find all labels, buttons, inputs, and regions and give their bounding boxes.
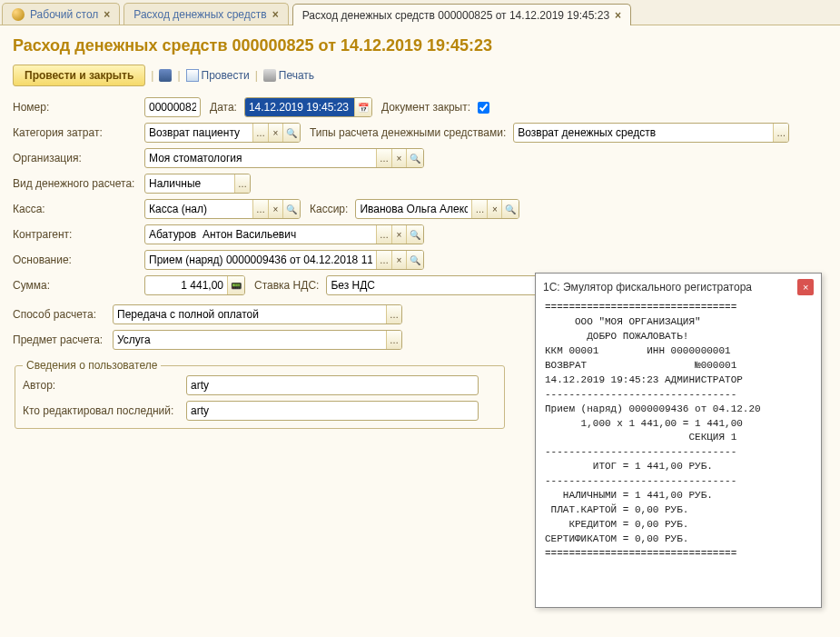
select-icon[interactable]: … xyxy=(376,149,391,167)
close-icon[interactable]: × xyxy=(615,9,621,22)
user-info-legend: Сведения о пользователе xyxy=(23,359,161,372)
select-icon[interactable]: … xyxy=(376,251,391,269)
label-author: Автор: xyxy=(23,379,186,392)
magnifier-icon[interactable]: 🔍 xyxy=(501,200,519,218)
desktop-icon xyxy=(12,8,25,21)
author-field[interactable] xyxy=(186,375,479,395)
basis-input[interactable] xyxy=(145,251,376,269)
org-field[interactable]: … × 🔍 xyxy=(144,148,424,168)
category-field[interactable]: … × 🔍 xyxy=(144,123,301,143)
label-org: Организация: xyxy=(13,152,144,164)
pay-method-field[interactable]: … xyxy=(113,304,402,324)
label-basis: Основание: xyxy=(13,254,144,266)
run-button[interactable]: Провести xyxy=(186,69,250,82)
clear-icon[interactable]: × xyxy=(268,200,282,218)
select-icon[interactable]: … xyxy=(252,200,268,218)
label-subject: Предмет расчета: xyxy=(13,333,113,346)
subject-input[interactable] xyxy=(114,331,386,349)
select-icon[interactable]: … xyxy=(234,174,250,193)
tab-expense-doc[interactable]: Расход денежных средств 000000825 от 14.… xyxy=(292,4,631,25)
label-kind: Вид денежного расчета: xyxy=(13,177,144,190)
sum-input[interactable] xyxy=(145,276,227,294)
calendar-icon[interactable]: 📅 xyxy=(354,98,371,116)
panel-close-button[interactable]: × xyxy=(797,279,814,295)
date-input[interactable] xyxy=(245,98,354,116)
last-editor-field[interactable] xyxy=(186,401,479,421)
clear-icon[interactable]: × xyxy=(487,200,501,218)
separator-icon: | xyxy=(255,69,258,82)
basis-field[interactable]: … × 🔍 xyxy=(144,250,424,270)
sum-field[interactable]: 📟 xyxy=(144,275,245,295)
magnifier-icon[interactable]: 🔍 xyxy=(406,225,423,244)
date-field[interactable]: 📅 xyxy=(244,97,372,117)
pay-method-input[interactable] xyxy=(114,305,386,323)
run-and-close-button[interactable]: Провести и закрыть xyxy=(13,65,145,86)
select-icon[interactable]: … xyxy=(773,124,788,142)
cashier-input[interactable] xyxy=(356,200,471,218)
tab-label: Расход денежных средств xyxy=(133,8,266,21)
print-button[interactable]: Печать xyxy=(263,69,314,82)
select-icon[interactable]: … xyxy=(386,305,401,323)
select-icon[interactable]: … xyxy=(386,331,401,349)
fiscal-emulator-panel: 1С: Эмулятор фискального регистратора × … xyxy=(535,273,822,608)
label-vat-rate: Ставка НДС: xyxy=(254,279,319,292)
label-number: Номер: xyxy=(13,101,144,114)
doc-closed-checkbox[interactable] xyxy=(478,102,489,114)
tab-bar: Рабочий стол × Расход денежных средств ×… xyxy=(0,0,840,25)
category-input[interactable] xyxy=(145,124,252,142)
magnifier-icon[interactable]: 🔍 xyxy=(406,251,423,269)
cashier-field[interactable]: … × 🔍 xyxy=(355,199,519,219)
panel-title-text: 1С: Эмулятор фискального регистратора xyxy=(543,281,752,294)
last-editor-input[interactable] xyxy=(187,402,478,420)
label-kassa: Касса: xyxy=(13,203,144,215)
label-calc-types: Типы расчета денежными средствами: xyxy=(310,126,506,139)
label-last-editor: Кто редактировал последний: xyxy=(23,404,186,417)
kind-field[interactable]: … xyxy=(144,174,251,194)
label-date: Дата: xyxy=(210,101,237,114)
clear-icon[interactable]: × xyxy=(391,251,406,269)
printer-icon xyxy=(263,69,276,82)
label-category: Категория затрат: xyxy=(13,126,144,139)
counterparty-field[interactable]: … × 🔍 xyxy=(144,224,424,244)
kassa-input[interactable] xyxy=(145,200,252,218)
save-icon[interactable] xyxy=(159,69,172,82)
receipt-text: ================================ ООО "МО… xyxy=(536,301,821,607)
user-info-group: Сведения о пользователе Автор: Кто редак… xyxy=(15,359,505,429)
subject-field[interactable]: … xyxy=(113,330,402,350)
label-doc-closed: Документ закрыт: xyxy=(381,101,470,114)
calc-types-field[interactable]: … xyxy=(513,123,789,143)
calc-types-input[interactable] xyxy=(514,124,773,142)
close-icon[interactable]: × xyxy=(272,8,279,21)
tab-expense[interactable]: Расход денежных средств × xyxy=(124,3,288,25)
calculator-icon[interactable]: 📟 xyxy=(227,276,244,294)
magnifier-icon[interactable]: 🔍 xyxy=(282,200,300,218)
label-counterparty: Контрагент: xyxy=(13,228,144,241)
counterparty-input[interactable] xyxy=(145,225,376,244)
label-cashier: Кассир: xyxy=(310,203,348,215)
separator-icon: | xyxy=(151,69,153,82)
separator-icon: | xyxy=(177,69,180,82)
org-input[interactable] xyxy=(145,149,376,167)
page-title: Расход денежных средств 000000825 от 14.… xyxy=(13,36,827,55)
label-pay-method: Способ расчета: xyxy=(13,308,113,321)
tab-label: Рабочий стол xyxy=(30,8,98,21)
magnifier-icon[interactable]: 🔍 xyxy=(406,149,423,167)
document-icon xyxy=(186,69,199,82)
kassa-field[interactable]: … × 🔍 xyxy=(144,199,301,219)
select-icon[interactable]: … xyxy=(252,124,268,142)
kind-input[interactable] xyxy=(145,174,234,193)
close-icon[interactable]: × xyxy=(104,8,110,21)
author-input[interactable] xyxy=(187,376,478,394)
clear-icon[interactable]: × xyxy=(268,124,282,142)
number-input[interactable] xyxy=(145,98,200,116)
clear-icon[interactable]: × xyxy=(391,225,406,244)
select-icon[interactable]: … xyxy=(376,225,391,244)
number-field[interactable] xyxy=(144,97,201,117)
magnifier-icon[interactable]: 🔍 xyxy=(282,124,300,142)
label-sum: Сумма: xyxy=(13,279,144,292)
tab-desktop[interactable]: Рабочий стол × xyxy=(2,3,120,25)
select-icon[interactable]: … xyxy=(471,200,487,218)
clear-icon[interactable]: × xyxy=(391,149,406,167)
toolbar: Провести и закрыть | | Провести | Печать xyxy=(13,65,827,86)
tab-label: Расход денежных средств 000000825 от 14.… xyxy=(302,9,609,22)
